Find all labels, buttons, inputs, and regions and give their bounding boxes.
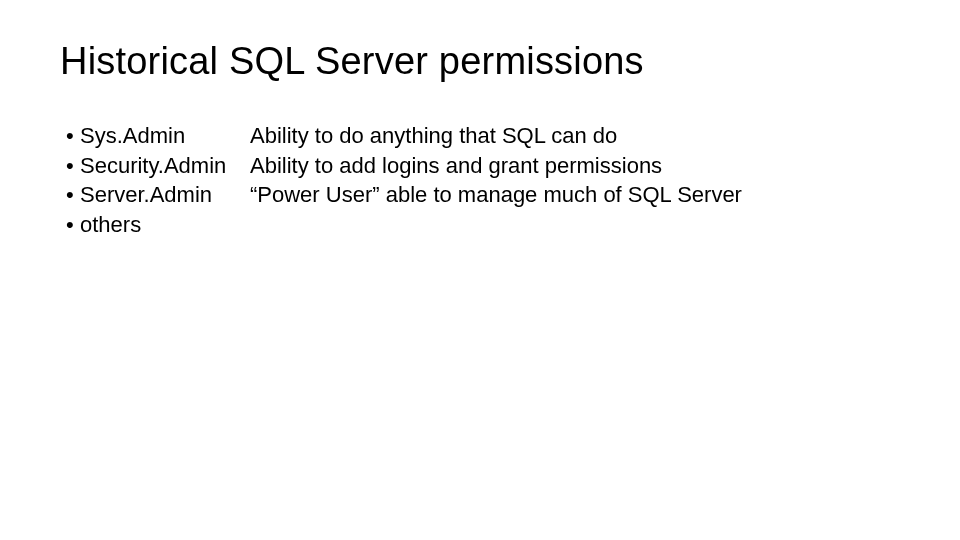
bullet-icon: •: [66, 121, 80, 151]
description-item: Ability to do anything that SQL can do: [250, 121, 900, 151]
description-item: “Power User” able to manage much of SQL …: [250, 180, 900, 210]
right-item-text: Ability to add logins and grant permissi…: [250, 151, 662, 181]
right-column: Ability to do anything that SQL can do A…: [250, 121, 900, 240]
bullet-icon: •: [66, 151, 80, 181]
list-item: • Server.Admin: [66, 180, 250, 210]
left-item-text: others: [80, 210, 141, 240]
list-item: • Security.Admin: [66, 151, 250, 181]
right-item-text: Ability to do anything that SQL can do: [250, 121, 617, 151]
slide-body: • Sys.Admin • Security.Admin • Server.Ad…: [60, 121, 900, 240]
list-item: • Sys.Admin: [66, 121, 250, 151]
right-item-text: “Power User” able to manage much of SQL …: [250, 180, 742, 210]
bullet-icon: •: [66, 210, 80, 240]
description-item: Ability to add logins and grant permissi…: [250, 151, 900, 181]
left-item-text: Sys.Admin: [80, 121, 185, 151]
left-column: • Sys.Admin • Security.Admin • Server.Ad…: [60, 121, 250, 240]
left-item-text: Server.Admin: [80, 180, 212, 210]
slide-title: Historical SQL Server permissions: [60, 40, 900, 83]
bullet-icon: •: [66, 180, 80, 210]
left-item-text: Security.Admin: [80, 151, 226, 181]
list-item: • others: [66, 210, 250, 240]
